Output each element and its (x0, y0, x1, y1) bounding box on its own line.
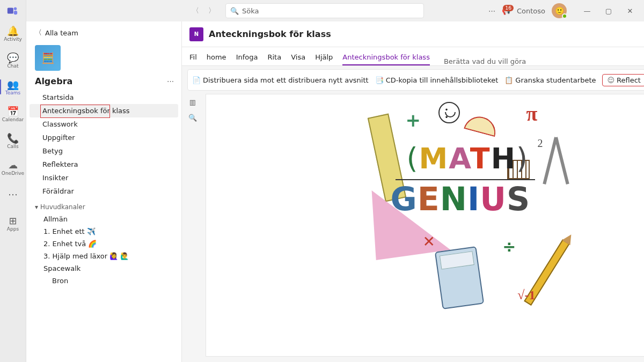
side-item-assignments[interactable]: Uppgifter (30, 131, 178, 144)
rail-onedrive[interactable]: ☁OneDrive (0, 154, 26, 180)
phone-icon: 📞 (7, 132, 19, 144)
side-item-parents[interactable]: Föräldrar (30, 184, 178, 198)
back-all-teams[interactable]: 〈 Alla team (26, 26, 181, 43)
channel-unit-two[interactable]: 2. Enhet två 🌈 (26, 238, 181, 250)
tab-header: N Anteckningsbok för klass ⤢ ⟳ 🌐 🛡 (182, 21, 644, 47)
side-item-home[interactable]: Startsida (30, 91, 178, 104)
chevron-down-icon: ▾ (35, 203, 38, 211)
bell-icon: 🔔 (7, 25, 19, 36)
nav-forward-button[interactable]: 〉 (204, 3, 219, 18)
class-notebook-toolbar: 📄 Distribuera sida mot ett distribuera n… (187, 69, 644, 91)
ribbon-tab-help[interactable]: Hjälp (315, 53, 333, 65)
review-icon: 📋 (504, 76, 513, 84)
review-student-work-button[interactable]: 📋 Granska studentarbete (504, 76, 596, 84)
page-icon: 📄 (192, 76, 201, 84)
channel-spacewalk[interactable]: Spacewalk (26, 262, 181, 275)
svg-rect-0 (8, 8, 13, 14)
channel-sidebar: 〈 Alla team 🧮 Algebra ⋯ Startsida Anteck… (26, 21, 182, 362)
rail-chat[interactable]: 💬Chat (0, 47, 26, 73)
ribbon-tab-class-notebook[interactable]: Anteckningsbok för klass (342, 53, 430, 65)
notif-badge: 16 (503, 5, 513, 11)
nav-back-button[interactable]: 〈 (188, 3, 203, 18)
teams-logo-icon (6, 4, 19, 17)
channel-homework-help[interactable]: 3. Hjälp med läxor 🙋‍♀️ 🙋‍♂️ (26, 250, 181, 262)
channel-general[interactable]: Allmän (26, 213, 181, 225)
rail-calendar[interactable]: 📅Calendar (0, 101, 26, 127)
copy-icon: 📑 (375, 76, 384, 84)
ribbon-tab-home[interactable]: home (207, 53, 226, 65)
ribbon-tab-view[interactable]: Visa (291, 53, 305, 65)
search-placeholder: Söka (242, 7, 259, 15)
ribbon-tab-draw[interactable]: Rita (267, 53, 281, 65)
notebook-nav-rail: ▥ 🔍 (182, 94, 203, 362)
ribbon-tab-insert[interactable]: Infoga (236, 53, 258, 65)
window-maximize[interactable]: ▢ (599, 3, 618, 18)
window-close[interactable]: ✕ (620, 3, 640, 18)
chevron-left-icon: 〈 (35, 28, 42, 38)
page-search-icon[interactable]: 🔍 (188, 114, 197, 122)
channels-header[interactable]: ▾ Huvudkanaler (26, 198, 181, 213)
rail-more[interactable]: ⋯ (0, 181, 26, 207)
notifications-button[interactable]: 📢 16 (502, 7, 510, 15)
more-options-button[interactable]: ⋯ (488, 7, 495, 15)
rail-teams[interactable]: 👥Teams (0, 74, 26, 100)
tab-title: Anteckningsbok för klass (209, 29, 331, 39)
svg-point-1 (14, 8, 17, 10)
chat-icon: 💬 (7, 51, 19, 63)
tell-me-input[interactable]: Berätta vad du vill göra (444, 57, 526, 65)
user-avatar[interactable]: 🙂 (552, 3, 567, 18)
window-minimize[interactable]: — (577, 3, 597, 18)
onenote-icon: N (189, 27, 203, 41)
team-title: Algebra (35, 76, 72, 86)
rail-calls[interactable]: 📞Calls (0, 128, 26, 153)
sections-icon[interactable]: ▥ (189, 98, 196, 106)
rail-apps[interactable]: ⊞Apps (0, 210, 26, 236)
side-item-grades[interactable]: Betyg (30, 144, 178, 158)
rail-activity[interactable]: 🔔Activity (0, 20, 26, 46)
side-item-classwork[interactable]: Classwork (30, 117, 178, 131)
side-item-class-notebook[interactable]: Anteckningsbok för klass (30, 104, 178, 117)
team-avatar[interactable]: 🧮 (35, 45, 61, 71)
title-bar: 〈 〉 🔍 Söka ⋯ 📢 16 Contoso 🙂 — ▢ ✕ (28, 0, 644, 21)
subchannel-bron[interactable]: Bron (26, 275, 181, 287)
content-area: N Anteckningsbok för klass ⤢ ⟳ 🌐 🛡 Fil h… (182, 21, 644, 362)
svg-rect-2 (14, 11, 17, 14)
reflect-button[interactable]: ☺ Reflect (602, 74, 644, 86)
people-icon: 👥 (7, 78, 19, 90)
app-rail: 🔔Activity 💬Chat 👥Teams 📅Calendar 📞Calls … (0, 0, 26, 362)
notebook-page[interactable]: + π (MATH) 2 GENIUS ✕ ÷ √-1 (206, 94, 644, 357)
team-more-button[interactable]: ⋯ (167, 77, 174, 85)
more-icon: ⋯ (8, 188, 18, 200)
copy-to-library-button[interactable]: 📑 CD-kopia till innehållsbiblioteket (375, 76, 499, 84)
calendar-icon: 📅 (7, 105, 19, 117)
presence-indicator (562, 13, 567, 19)
side-item-insights[interactable]: Insikter (30, 171, 178, 184)
smile-icon: ☺ (607, 76, 614, 84)
ribbon-tab-file[interactable]: Fil (189, 53, 197, 65)
math-genius-artwork: + π (MATH) 2 GENIUS ✕ ÷ √-1 (369, 100, 573, 314)
channel-unit-one[interactable]: 1. Enhet ett ✈️ (26, 225, 181, 238)
search-input[interactable]: 🔍 Söka (225, 3, 424, 18)
side-item-reflect[interactable]: Reflektera (30, 158, 178, 171)
cloud-icon: ☁ (8, 159, 18, 171)
distribute-page-button[interactable]: 📄 Distribuera sida mot ett distribuera n… (192, 76, 369, 84)
search-icon: 🔍 (230, 7, 239, 15)
ribbon: Fil home Infoga Rita Visa Hjälp Anteckni… (182, 47, 644, 66)
org-name[interactable]: Contoso (517, 7, 545, 15)
apps-icon: ⊞ (9, 215, 17, 226)
